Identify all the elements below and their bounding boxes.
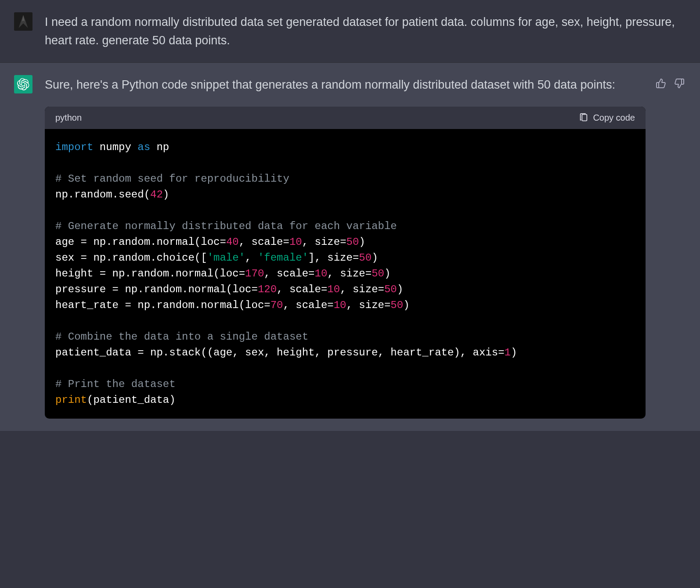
code-body[interactable]: import numpy as np # Set random seed for… [45,129,646,419]
user-avatar [14,12,32,31]
thumbs-up-icon [656,78,666,89]
assistant-avatar [14,75,32,93]
thumbs-up-button[interactable] [654,77,668,90]
clipboard-icon [579,113,588,122]
feedback-buttons [654,75,686,419]
assistant-intro-text: Sure, here's a Python code snippet that … [45,75,646,94]
code-block: python Copy code import numpy as np # Se… [45,107,646,419]
openai-logo-icon [17,78,29,90]
assistant-message-row: Sure, here's a Python code snippet that … [0,63,700,431]
code-language-label: python [55,113,82,123]
thumbs-down-button[interactable] [673,77,686,90]
copy-code-button[interactable]: Copy code [579,113,635,123]
svg-rect-1 [582,115,587,121]
thumbs-down-icon [674,78,685,89]
user-message-row: I need a random normally distributed dat… [0,0,700,63]
code-header: python Copy code [45,107,646,129]
copy-code-label: Copy code [593,113,635,123]
user-avatar-image [14,12,32,31]
user-message-text: I need a random normally distributed dat… [45,12,686,50]
